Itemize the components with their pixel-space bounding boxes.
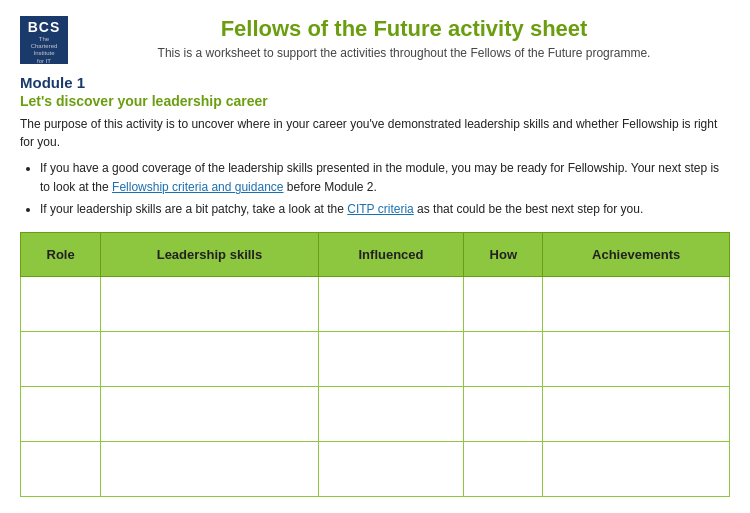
col-header-influenced: Influenced [318, 232, 464, 276]
bullet-2-text-before: If your leadership skills are a bit patc… [40, 202, 347, 216]
bullet-item-2: If your leadership skills are a bit patc… [40, 200, 730, 219]
cell-leadership-2[interactable] [101, 331, 319, 386]
bullet-item-1: If you have a good coverage of the leade… [40, 159, 730, 197]
intro-text: The purpose of this activity is to uncov… [20, 115, 730, 151]
cell-influenced-4[interactable] [318, 441, 464, 496]
cell-how-2[interactable] [464, 331, 543, 386]
cell-role-4[interactable] [21, 441, 101, 496]
col-header-achievements: Achievements [543, 232, 730, 276]
cell-role-1[interactable] [21, 276, 101, 331]
module-label: Module 1 [20, 74, 730, 91]
activity-table: Role Leadership skills Influenced How Ac… [20, 232, 730, 497]
cell-achievements-2[interactable] [543, 331, 730, 386]
section-title: Let's discover your leadership career [20, 93, 730, 109]
subtitle: This is a worksheet to support the activ… [78, 46, 730, 60]
cell-role-2[interactable] [21, 331, 101, 386]
cell-leadership-4[interactable] [101, 441, 319, 496]
bullet-2-text-after: as that could be the best next step for … [414, 202, 643, 216]
header-area: BCS TheCharteredInstitutefor IT Fellows … [20, 16, 730, 64]
cell-achievements-1[interactable] [543, 276, 730, 331]
logo-bcs-text: BCS [28, 20, 61, 34]
cell-influenced-2[interactable] [318, 331, 464, 386]
cell-achievements-3[interactable] [543, 386, 730, 441]
cell-leadership-1[interactable] [101, 276, 319, 331]
table-header-row: Role Leadership skills Influenced How Ac… [21, 232, 730, 276]
table-row [21, 331, 730, 386]
cell-influenced-3[interactable] [318, 386, 464, 441]
logo-institute-text: TheCharteredInstitutefor IT [31, 36, 58, 65]
col-header-how: How [464, 232, 543, 276]
table-row [21, 276, 730, 331]
cell-how-1[interactable] [464, 276, 543, 331]
cell-how-3[interactable] [464, 386, 543, 441]
bullet-1-text-after: before Module 2. [283, 180, 376, 194]
cell-how-4[interactable] [464, 441, 543, 496]
title-block: Fellows of the Future activity sheet Thi… [78, 16, 730, 60]
cell-leadership-3[interactable] [101, 386, 319, 441]
cell-role-3[interactable] [21, 386, 101, 441]
table-row [21, 441, 730, 496]
main-title: Fellows of the Future activity sheet [78, 16, 730, 42]
col-header-role: Role [21, 232, 101, 276]
citp-criteria-link[interactable]: CITP criteria [347, 202, 413, 216]
col-header-leadership-skills: Leadership skills [101, 232, 319, 276]
cell-achievements-4[interactable] [543, 441, 730, 496]
table-row [21, 386, 730, 441]
bullet-list: If you have a good coverage of the leade… [40, 159, 730, 220]
fellowship-criteria-link[interactable]: Fellowship criteria and guidance [112, 180, 283, 194]
cell-influenced-1[interactable] [318, 276, 464, 331]
bcs-logo: BCS TheCharteredInstitutefor IT [20, 16, 68, 64]
